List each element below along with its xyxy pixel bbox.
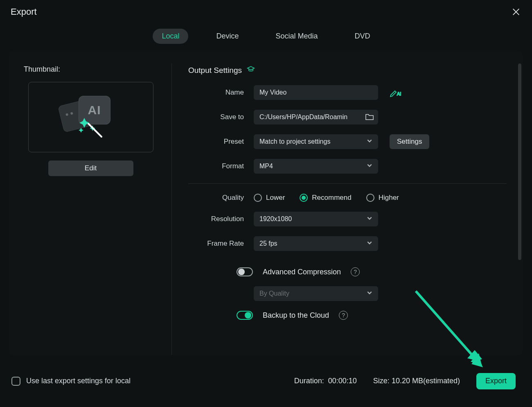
chevron-down-icon xyxy=(367,215,372,223)
framerate-select[interactable]: 25 fps xyxy=(254,236,378,251)
export-button[interactable]: Export xyxy=(476,373,516,389)
folder-icon xyxy=(365,113,374,121)
chevron-down-icon xyxy=(367,138,372,145)
quality-radio-higher[interactable]: Higher xyxy=(366,194,399,202)
close-icon xyxy=(512,7,521,16)
quality-lower-label: Lower xyxy=(266,194,285,202)
quality-radio-lower[interactable]: Lower xyxy=(254,194,285,202)
thumbnail-label: Thumbnail: xyxy=(24,65,158,74)
chevron-down-icon xyxy=(367,163,372,170)
quality-higher-label: Higher xyxy=(379,194,399,202)
quality-label: Quality xyxy=(188,194,254,202)
divider xyxy=(188,183,507,184)
chevron-down-icon xyxy=(367,240,372,247)
thumbnail-preview[interactable]: AI xyxy=(28,82,153,152)
saveto-label: Save to xyxy=(188,113,254,121)
name-input[interactable]: My Video xyxy=(254,85,378,100)
format-select[interactable]: MP4 xyxy=(254,159,378,174)
advanced-compression-help[interactable]: ? xyxy=(351,267,360,276)
format-select-value: MP4 xyxy=(259,163,273,170)
advanced-compression-toggle[interactable] xyxy=(237,267,253,276)
saveto-input[interactable]: C:/Users/HP/AppData/Roamin xyxy=(254,110,378,124)
preset-settings-button[interactable]: Settings xyxy=(390,134,429,149)
resolution-label: Resolution xyxy=(188,215,254,223)
preset-select[interactable]: Match to project settings xyxy=(254,134,378,149)
format-label: Format xyxy=(188,162,254,170)
duration-readout: Duration: 00:00:10 xyxy=(294,377,357,385)
compression-mode-value: By Quality xyxy=(259,290,289,297)
thumbnail-placeholder: AI xyxy=(66,98,115,136)
preset-select-value: Match to project settings xyxy=(259,138,330,145)
pencil-ai-icon: AI xyxy=(390,88,402,97)
resolution-select-value: 1920x1080 xyxy=(259,215,292,223)
quality-recommend-label: Recommend xyxy=(312,194,351,202)
svg-marker-2 xyxy=(79,128,83,133)
close-button[interactable] xyxy=(511,7,521,17)
ai-rename-button[interactable]: AI xyxy=(390,88,402,97)
framerate-label: Frame Rate xyxy=(188,240,254,248)
tab-dvd[interactable]: DVD xyxy=(346,29,379,44)
use-last-settings-label: Use last export settings for local xyxy=(26,377,131,385)
svg-marker-0 xyxy=(79,118,89,128)
preset-label: Preset xyxy=(188,138,254,146)
tab-local[interactable]: Local xyxy=(153,29,188,44)
name-input-value: My Video xyxy=(259,89,286,96)
svg-text:AI: AI xyxy=(397,91,401,96)
name-label: Name xyxy=(188,88,254,97)
tab-social-media[interactable]: Social Media xyxy=(266,29,327,44)
scrollbar-thumb[interactable] xyxy=(518,63,521,260)
size-readout: Size: 10.20 MB(estimated) xyxy=(373,377,460,385)
edit-thumbnail-button[interactable]: Edit xyxy=(48,161,133,176)
compression-mode-select: By Quality xyxy=(254,286,378,301)
browse-folder-button[interactable] xyxy=(365,113,374,123)
export-tabs: Local Device Social Media DVD xyxy=(0,25,532,51)
sparkle-wand-icon xyxy=(79,115,111,140)
resolution-select[interactable]: 1920x1080 xyxy=(254,212,378,226)
advanced-compression-label: Advanced Compression xyxy=(263,268,341,276)
framerate-select-value: 25 fps xyxy=(259,240,277,247)
chevron-down-icon xyxy=(367,290,372,297)
quality-radio-recommend[interactable]: Recommend xyxy=(300,194,351,202)
backup-cloud-help[interactable]: ? xyxy=(339,311,348,320)
backup-cloud-label: Backup to the Cloud xyxy=(263,311,329,320)
use-last-settings-checkbox[interactable] xyxy=(11,377,20,386)
output-settings-heading: Output Settings xyxy=(188,66,242,75)
education-icon[interactable] xyxy=(247,65,255,75)
export-panel: Thumbnail: AI Edit Output Settings xyxy=(9,51,523,355)
tab-device[interactable]: Device xyxy=(207,29,248,44)
dialog-title: Export xyxy=(11,7,37,17)
saveto-input-value: C:/Users/HP/AppData/Roamin xyxy=(259,113,347,121)
backup-cloud-toggle[interactable] xyxy=(237,311,253,320)
svg-line-3 xyxy=(88,124,101,137)
